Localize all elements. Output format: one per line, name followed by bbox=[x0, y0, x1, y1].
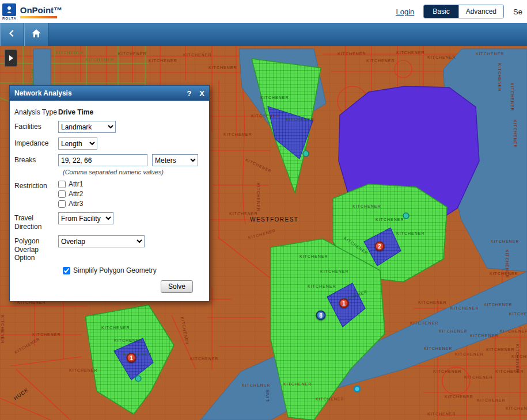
street-label: KITCHENER bbox=[445, 395, 473, 399]
facility-marker-2[interactable]: 2 bbox=[375, 242, 385, 251]
stop-marker-8[interactable]: 8 bbox=[316, 311, 326, 320]
street-label: KITCHENER bbox=[513, 120, 517, 148]
street-label: KITCHENER bbox=[208, 66, 237, 70]
app-header: ROLTA OnPoint™ Login Basic Advanced Se bbox=[0, 0, 527, 23]
attr2-label: Attr2 bbox=[69, 190, 83, 198]
street-label: KITCHENER bbox=[251, 114, 279, 118]
basic-mode-button[interactable]: Basic bbox=[424, 5, 458, 18]
home-button[interactable] bbox=[24, 23, 48, 46]
street-label: KITCHENER bbox=[476, 52, 504, 56]
street-label: KITCHENER bbox=[32, 333, 60, 337]
impedance-select[interactable]: Length bbox=[58, 138, 97, 150]
street-label: KITCHENER bbox=[515, 344, 520, 372]
facilities-select[interactable]: Landmark bbox=[58, 121, 116, 133]
breaks-label: Breaks bbox=[14, 154, 58, 164]
home-icon bbox=[31, 29, 41, 40]
westforest-label: WESTFOREST bbox=[250, 216, 298, 223]
rolta-logo-text: ROLTA bbox=[2, 17, 17, 20]
street-label: KITCHENER bbox=[510, 83, 514, 111]
dialog-titlebar[interactable]: Network Analysis ? X bbox=[10, 86, 209, 101]
dialog-title: Network Analysis bbox=[14, 89, 179, 97]
toolbar bbox=[0, 23, 527, 46]
help-button[interactable]: ? bbox=[187, 89, 191, 98]
panel-expander-button[interactable] bbox=[5, 49, 17, 67]
brand-accent-bar bbox=[20, 16, 57, 18]
street-label: KITCHENER bbox=[229, 212, 257, 216]
attr1-label: Attr1 bbox=[69, 180, 83, 188]
simplify-geometry-label: Simplify Polygon Geometry bbox=[73, 266, 157, 274]
street-label: KITCHENER bbox=[242, 383, 270, 387]
app-title: OnPoint™ bbox=[20, 5, 62, 15]
street-label: KITCHENER bbox=[376, 217, 404, 222]
mode-toggle: Basic Advanced bbox=[423, 5, 504, 18]
street-label: KITCHENER bbox=[114, 338, 142, 342]
login-link[interactable]: Login bbox=[396, 7, 414, 16]
street-label: KITCHENER bbox=[439, 329, 467, 333]
street-label: KITCHENER bbox=[338, 52, 366, 56]
street-label: KITCHENER bbox=[455, 352, 483, 356]
polygon-overlap-select[interactable]: Overlap bbox=[58, 235, 145, 247]
street-label: KITCHENER bbox=[308, 284, 336, 288]
street-label: KITCHENER bbox=[427, 55, 456, 59]
street-label: KITCHENER bbox=[396, 231, 424, 235]
street-label: KITCHENER bbox=[396, 51, 424, 55]
street-label: KITCHENER bbox=[418, 300, 446, 304]
analysis-type-label: Analysis Type bbox=[14, 106, 58, 116]
street-label: KITCHENER bbox=[498, 63, 502, 91]
facility-marker-1[interactable]: 1 bbox=[339, 299, 349, 308]
street-label: KITCHENER bbox=[260, 96, 289, 100]
attr3-checkbox[interactable] bbox=[58, 200, 66, 208]
street-label: KITCHENER bbox=[477, 398, 505, 402]
street-label: KITCHENER bbox=[470, 334, 498, 338]
street-label: KITCHENER bbox=[433, 369, 461, 373]
attr1-checkbox[interactable] bbox=[58, 181, 66, 188]
chevron-left-icon bbox=[8, 29, 16, 40]
search-label-cutoff: Se bbox=[513, 7, 522, 16]
street-label: KITCHENER bbox=[427, 412, 456, 416]
street-label: KITCHENER bbox=[316, 397, 344, 401]
street-label: KITCHENER bbox=[450, 306, 479, 310]
street-label: KITCHENER bbox=[286, 117, 314, 121]
rolta-logo-icon bbox=[2, 3, 16, 16]
street-label: KITCHENER bbox=[410, 321, 438, 325]
street-label: KITCHENER bbox=[149, 59, 177, 63]
street-label: KITCHENER bbox=[1, 315, 5, 343]
breaks-hint: (Comma separated numeric values) bbox=[63, 169, 203, 175]
point-marker-cyan[interactable] bbox=[354, 385, 361, 393]
analysis-type-value: Drive Time bbox=[58, 106, 93, 116]
polygon-overlap-label: Polygon Overlap Option bbox=[14, 235, 58, 262]
street-label: KITCHENER bbox=[69, 368, 97, 372]
attr3-label: Attr3 bbox=[69, 200, 83, 208]
street-label: KITCHENER bbox=[486, 348, 514, 352]
street-label: KITCHENER bbox=[183, 53, 211, 57]
solve-button[interactable]: Solve bbox=[161, 280, 193, 293]
street-label: KITCHENER bbox=[500, 329, 527, 333]
street-label: KITCHENER bbox=[352, 204, 381, 208]
street-label: KITCHENER bbox=[118, 52, 146, 56]
facility-marker-1b[interactable]: 1 bbox=[127, 353, 137, 363]
attr2-checkbox[interactable] bbox=[58, 190, 66, 198]
simplify-geometry-checkbox[interactable] bbox=[63, 267, 70, 274]
rolta-logo: ROLTA bbox=[2, 3, 17, 20]
breaks-input[interactable] bbox=[58, 154, 147, 166]
map[interactable]: KITCHENER KITCHENER KITCHENER KITCHENER … bbox=[0, 46, 527, 420]
back-button[interactable] bbox=[0, 23, 24, 46]
street-label: KITCHENER bbox=[484, 303, 512, 307]
close-button[interactable]: X bbox=[199, 89, 204, 98]
street-label: KITCHENER bbox=[464, 375, 492, 379]
street-label: KITCHENER bbox=[85, 58, 113, 62]
street-label: KITCHENER bbox=[490, 272, 518, 276]
breaks-unit-select[interactable]: Meters bbox=[152, 154, 198, 166]
line-label: LINE bbox=[265, 389, 270, 402]
restriction-label: Restriction bbox=[14, 180, 58, 190]
street-label: KITCHENER bbox=[491, 239, 519, 243]
street-label: KITCHENER bbox=[101, 326, 130, 330]
travel-direction-label: Travel Direction bbox=[14, 212, 58, 231]
street-label: KITCHENER bbox=[506, 406, 527, 410]
street-label: KITCHENER bbox=[190, 357, 218, 361]
advanced-mode-button[interactable]: Advanced bbox=[458, 5, 503, 18]
network-analysis-dialog: Network Analysis ? X Analysis Type Drive… bbox=[9, 85, 210, 301]
street-label: KITCHENER bbox=[509, 312, 527, 316]
street-label: KITCHENER bbox=[495, 369, 524, 373]
travel-direction-select[interactable]: From Facility bbox=[58, 212, 113, 224]
